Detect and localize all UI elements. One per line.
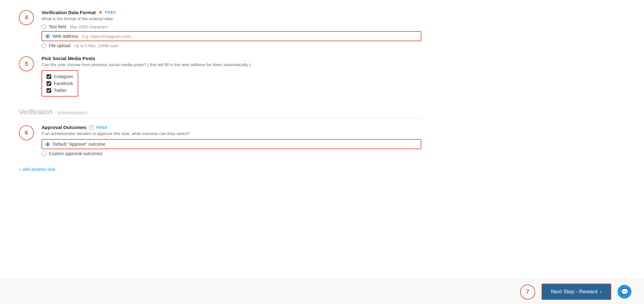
radio-text-field[interactable]: Text field Max 2000 characters	[42, 24, 421, 29]
step-4-circle: 4	[19, 10, 34, 25]
checkbox-twitter[interactable]: Twitter	[47, 88, 73, 93]
section-5-desc: Can the user choose from previous social…	[42, 62, 421, 67]
section-5-header: Pick Social Media Posts	[42, 56, 421, 61]
radio-file-upload-hint: Up to 5 files, 10MB each	[74, 43, 119, 48]
step-6-circle: 6	[19, 125, 34, 140]
radio-web-address-input[interactable]	[45, 34, 50, 39]
section-4-title: Verification Data Format	[42, 10, 96, 15]
radio-custom-approval-input[interactable]	[42, 151, 46, 156]
fixed-badge-4: FIXED	[105, 10, 116, 14]
checkbox-facebook-label: Facebook	[54, 81, 73, 86]
verification-admin-subtitle: - Administrators	[55, 110, 87, 115]
social-media-checkbox-group: Instagram Facebook Twitter	[42, 70, 78, 97]
section-5-title: Pick Social Media Posts	[42, 56, 95, 61]
section-approval-outcomes: 6 Approval Outcomes ? FIXED If an admini…	[19, 125, 421, 156]
radio-text-field-hint: Max 2000 characters	[70, 25, 108, 29]
step-6-content: Approval Outcomes ? FIXED If an administ…	[42, 125, 421, 156]
radio-web-address[interactable]: Web address E.g. https://instagram.com/.…	[42, 31, 421, 41]
bottom-bar: 7 Next Step - Reward › 💬	[0, 279, 644, 304]
step-4-content: Verification Data Format ★ FIXED What is…	[42, 9, 421, 48]
radio-text-field-label: Text field	[49, 24, 66, 29]
step-5-content: Pick Social Media Posts Can the user cho…	[42, 56, 421, 97]
verification-admin-section: Verification - Administrators	[19, 108, 421, 118]
required-star: ★	[98, 9, 103, 15]
approval-radio-group: Default "Approve" outcome Custom approva…	[42, 139, 421, 156]
chat-icon: 💬	[621, 288, 629, 296]
step-5-circle: 5	[19, 56, 34, 71]
section-4-desc: What is the format of the entered data	[42, 16, 421, 21]
chat-button[interactable]: 💬	[618, 285, 631, 299]
next-step-label: Next Step - Reward	[551, 289, 597, 295]
section-social-media: 5 Pick Social Media Posts Can the user c…	[19, 56, 421, 97]
radio-web-address-hint: E.g. https://instagram.com/...	[82, 34, 134, 39]
radio-file-upload-label: File upload	[49, 43, 70, 48]
checkbox-instagram-label: Instagram	[54, 74, 73, 79]
step-7-circle: 7	[520, 284, 535, 300]
fixed-badge-6: FIXED	[97, 126, 108, 129]
radio-web-address-label: Web address	[53, 34, 78, 39]
verification-admin-title: Verification - Administrators	[19, 108, 421, 116]
radio-text-field-input[interactable]	[42, 25, 46, 29]
checkbox-instagram[interactable]: Instagram	[47, 74, 73, 79]
radio-custom-approval[interactable]: Custom approval outcomes	[42, 151, 421, 156]
checkbox-twitter-label: Twitter	[54, 88, 67, 93]
radio-custom-approval-label: Custom approval outcomes	[49, 151, 102, 156]
section-6-desc: If an administrator decides to approve t…	[42, 131, 421, 136]
radio-default-approve-input[interactable]	[45, 142, 50, 147]
radio-file-upload[interactable]: File upload Up to 5 files, 10MB each	[42, 43, 421, 48]
next-step-arrow: ›	[600, 289, 602, 295]
next-step-button[interactable]: Next Step - Reward ›	[541, 284, 611, 300]
checkbox-facebook[interactable]: Facebook	[47, 81, 73, 86]
radio-default-approve[interactable]: Default "Approve" outcome	[42, 139, 421, 149]
add-task-link[interactable]: + add another task	[19, 167, 55, 172]
section-6-header: Approval Outcomes ? FIXED	[42, 125, 421, 130]
section-6-title: Approval Outcomes	[42, 125, 86, 130]
checkbox-twitter-input[interactable]	[47, 88, 51, 93]
help-icon[interactable]: ?	[89, 125, 94, 130]
section-4-header: Verification Data Format ★ FIXED	[42, 9, 421, 15]
radio-default-approve-label: Default "Approve" outcome	[53, 142, 105, 147]
section-divider	[19, 118, 421, 118]
data-format-radio-group: Text field Max 2000 characters Web addre…	[42, 24, 421, 48]
radio-file-upload-input[interactable]	[42, 43, 46, 48]
checkbox-instagram-input[interactable]	[47, 74, 51, 79]
checkbox-facebook-input[interactable]	[47, 81, 51, 86]
section-verification-data-format: 4 Verification Data Format ★ FIXED What …	[19, 9, 421, 48]
